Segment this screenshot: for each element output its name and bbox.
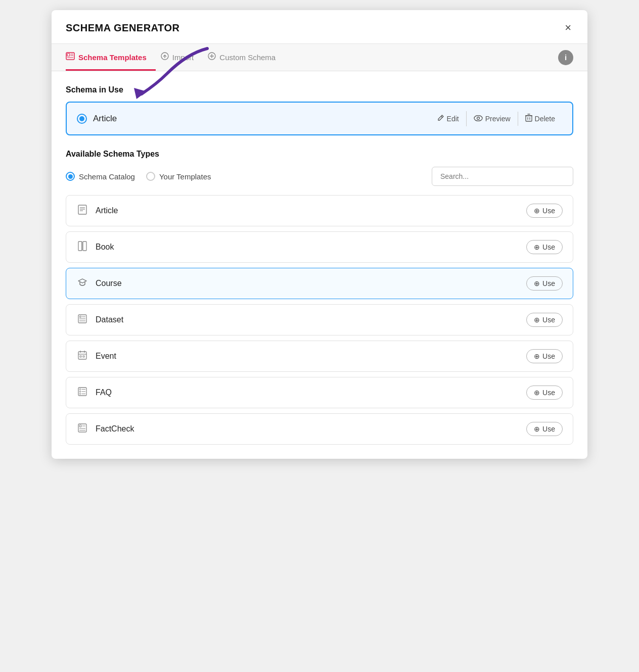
search-input[interactable] <box>432 167 573 186</box>
svg-rect-19 <box>78 205 86 214</box>
svg-point-27 <box>80 316 81 317</box>
schema-catalog-radio[interactable] <box>66 172 75 181</box>
tab-custom-schema-label: Custom Schema <box>219 53 276 62</box>
tab-schema-templates-label: Schema Templates <box>78 53 147 62</box>
delete-button[interactable]: Delete <box>518 111 562 126</box>
preview-button[interactable]: Preview <box>467 112 518 126</box>
schema-in-use-radio[interactable] <box>77 114 87 124</box>
svg-rect-14 <box>526 116 532 121</box>
svg-point-38 <box>79 389 81 390</box>
list-item[interactable]: Course ⊕ Use <box>66 268 573 299</box>
use-button-faq[interactable]: ⊕ Use <box>526 386 563 400</box>
preview-icon <box>474 115 483 123</box>
use-plus-icon: ⊕ <box>534 389 540 397</box>
schema-generator-modal: SCHEMA GENERATOR × Schema Templates <box>52 10 587 459</box>
tab-import-label: Import <box>172 53 194 62</box>
delete-icon <box>525 114 532 123</box>
event-icon <box>76 350 88 363</box>
filter-your-templates[interactable]: Your Templates <box>146 172 211 181</box>
custom-schema-icon <box>208 52 216 62</box>
article-icon <box>76 205 88 217</box>
use-plus-icon: ⊕ <box>534 352 540 360</box>
edit-button[interactable]: Edit <box>430 111 467 126</box>
schema-in-use-section-label: Schema in Use <box>66 85 573 94</box>
import-icon <box>161 52 169 62</box>
list-item[interactable]: FactCheck ⊕ Use <box>66 413 573 445</box>
svg-line-11 <box>441 116 442 118</box>
filter-radio-group: Schema Catalog Your Templates <box>66 172 211 181</box>
available-section-header: Available Schema Types <box>66 150 573 159</box>
svg-rect-36 <box>83 356 84 357</box>
list-item[interactable]: Dataset ⊕ Use <box>66 304 573 335</box>
use-plus-icon: ⊕ <box>534 207 540 215</box>
tab-schema-templates[interactable]: Schema Templates <box>66 44 156 71</box>
your-templates-radio[interactable] <box>146 172 155 181</box>
close-button[interactable]: × <box>563 20 573 35</box>
use-plus-icon: ⊕ <box>534 425 540 433</box>
schema-in-use-card: Article Edit <box>66 102 573 135</box>
modal-body: Schema in Use Article <box>52 71 587 459</box>
modal-header: SCHEMA GENERATOR × <box>52 10 587 44</box>
filter-row: Schema Catalog Your Templates <box>66 167 573 186</box>
info-button[interactable]: i <box>558 50 573 65</box>
use-button-book[interactable]: ⊕ Use <box>526 240 563 254</box>
use-button-dataset[interactable]: ⊕ Use <box>526 313 563 327</box>
svg-point-40 <box>79 391 81 392</box>
svg-point-45 <box>79 425 81 427</box>
course-icon <box>76 277 88 290</box>
svg-rect-24 <box>83 242 86 251</box>
schema-in-use-wrapper: Article Edit <box>66 102 573 135</box>
use-button-event[interactable]: ⊕ Use <box>526 349 563 363</box>
tab-import[interactable]: Import <box>161 44 203 71</box>
list-item[interactable]: Book ⊕ Use <box>66 231 573 263</box>
svg-rect-31 <box>78 352 86 359</box>
schema-templates-icon <box>66 52 75 62</box>
edit-icon <box>437 114 444 123</box>
factcheck-icon <box>76 423 88 436</box>
use-plus-icon: ⊕ <box>534 279 540 287</box>
action-buttons: Edit Preview <box>430 111 562 126</box>
svg-rect-23 <box>78 242 82 251</box>
dataset-icon <box>76 314 88 326</box>
use-button-course[interactable]: ⊕ Use <box>526 276 563 291</box>
use-button-factcheck[interactable]: ⊕ Use <box>526 422 563 436</box>
svg-point-42 <box>79 393 81 395</box>
use-plus-icon: ⊕ <box>534 243 540 251</box>
faq-icon <box>76 387 88 399</box>
tab-custom-schema[interactable]: Custom Schema <box>208 44 285 71</box>
list-item[interactable]: FAQ ⊕ Use <box>66 377 573 408</box>
use-button-article[interactable]: ⊕ Use <box>526 204 563 218</box>
filter-schema-catalog[interactable]: Schema Catalog <box>66 172 135 181</box>
list-item[interactable]: Event ⊕ Use <box>66 341 573 372</box>
svg-rect-1 <box>67 54 70 56</box>
modal-title: SCHEMA GENERATOR <box>66 22 179 34</box>
book-icon <box>76 241 88 254</box>
tabs-bar: Schema Templates Import Custom Schema <box>52 44 587 71</box>
list-item[interactable]: Article ⊕ Use <box>66 195 573 226</box>
available-section-label: Available Schema Types <box>66 150 573 159</box>
svg-point-12 <box>474 115 482 121</box>
svg-rect-35 <box>80 356 81 357</box>
schema-list: Article ⊕ Use Book ⊕ Use <box>66 195 573 445</box>
svg-point-13 <box>477 117 479 119</box>
use-plus-icon: ⊕ <box>534 316 540 324</box>
schema-in-use-name: Article <box>93 114 430 124</box>
